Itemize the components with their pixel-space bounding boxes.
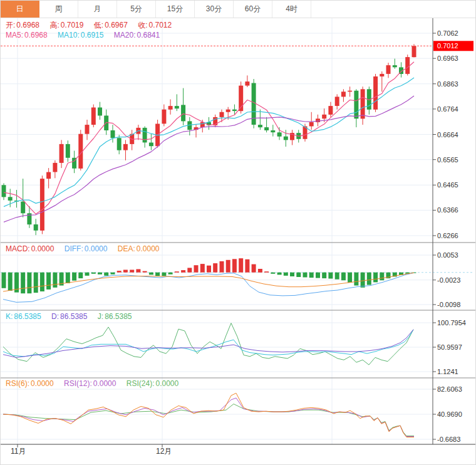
svg-text:0.0053: 0.0053 — [437, 251, 458, 259]
svg-text:-0.0023: -0.0023 — [437, 276, 460, 284]
open-value: 0.6968 — [16, 21, 39, 29]
svg-text:0.7062: 0.7062 — [437, 29, 458, 37]
svg-text:-0.0098: -0.0098 — [437, 301, 460, 308]
j-value: 86.5385 — [105, 312, 132, 321]
d-value: 86.5385 — [60, 312, 87, 321]
low-value: 0.6967 — [105, 21, 128, 29]
k-value: 86.5385 — [14, 312, 41, 321]
svg-text:11月: 11月 — [11, 447, 26, 456]
d-label: D: — [51, 312, 59, 321]
tab-4hour[interactable]: 4时 — [272, 1, 311, 18]
svg-text:0.6664: 0.6664 — [437, 131, 458, 138]
j-label: J: — [98, 312, 103, 321]
tab-60min[interactable]: 60分 — [234, 1, 272, 18]
dea-value: 0.0000 — [137, 244, 160, 253]
svg-text:0.7012: 0.7012 — [437, 42, 458, 50]
rsi-readout: RSI(6):0.0000 RSI(12):0.0000 RSI(24):0.0… — [6, 379, 187, 388]
tab-day[interactable]: 日 — [1, 1, 39, 18]
close-label: 收: — [138, 21, 147, 29]
rsi6-value: 0.0000 — [31, 379, 54, 388]
tab-30min[interactable]: 30分 — [195, 1, 234, 18]
low-label: 低: — [94, 21, 103, 29]
macd-label: MACD: — [6, 244, 30, 253]
timeframe-tabbar: 日 周 月 5分 15分 30分 60分 4时 — [1, 1, 475, 18]
diff-value: 0.0000 — [85, 244, 108, 253]
svg-text:0.6465: 0.6465 — [437, 181, 458, 189]
ma20-value: 0.6841 — [137, 31, 160, 39]
svg-text:-0.6683: -0.6683 — [437, 436, 460, 443]
tab-15min[interactable]: 15分 — [156, 1, 195, 18]
svg-text:0.6266: 0.6266 — [437, 232, 458, 239]
chart-canvas[interactable]: 0.70620.69630.68630.67640.66640.65650.64… — [1, 1, 475, 464]
open-label: 开: — [6, 21, 15, 29]
rsi24-label: RSI(24): — [127, 379, 155, 388]
dea-label: DEA: — [118, 244, 135, 253]
svg-text:1.1241: 1.1241 — [437, 368, 458, 375]
svg-text:0.6565: 0.6565 — [437, 156, 458, 164]
close-value: 0.7012 — [149, 21, 172, 29]
rsi12-label: RSI(12): — [64, 379, 92, 388]
svg-text:0.6366: 0.6366 — [437, 206, 458, 214]
ma5-label: MA5: — [6, 31, 23, 39]
rsi12-value: 0.0000 — [93, 379, 116, 388]
rsi6-label: RSI(6): — [6, 379, 29, 388]
rsi24-value: 0.0000 — [155, 379, 178, 388]
ma10-value: 0.6915 — [81, 31, 104, 39]
ma20-label: MA20: — [114, 31, 136, 39]
tab-month[interactable]: 月 — [78, 1, 117, 18]
macd-value: 0.0000 — [31, 244, 54, 253]
svg-text:50.9597: 50.9597 — [437, 343, 462, 351]
svg-text:40.9690: 40.9690 — [437, 410, 462, 418]
high-label: 高: — [49, 21, 59, 29]
kdj-readout: K:86.5385 D:86.5385 J:86.5385 — [6, 312, 140, 321]
svg-text:0.6863: 0.6863 — [437, 80, 458, 88]
svg-text:12月: 12月 — [156, 447, 172, 456]
svg-text:82.6063: 82.6063 — [437, 385, 462, 393]
tab-5min[interactable]: 5分 — [117, 1, 156, 18]
svg-text:100.7954: 100.7954 — [437, 319, 466, 327]
tab-week[interactable]: 周 — [39, 1, 78, 18]
svg-text:0.6764: 0.6764 — [437, 105, 458, 113]
ma10-label: MA10: — [58, 31, 80, 39]
svg-text:0.6963: 0.6963 — [437, 55, 458, 62]
ma-readout: MA5:0.6968 MA10:0.6915 MA20:0.6841 — [6, 31, 168, 39]
macd-readout: MACD:0.0000 DIFF:0.0000 DEA:0.0000 — [6, 244, 167, 253]
trading-chart-app: 0.70620.69630.68630.67640.66640.65650.64… — [0, 0, 476, 465]
high-value: 0.7019 — [61, 21, 84, 29]
ma5-value: 0.6968 — [24, 31, 48, 39]
k-label: K: — [6, 312, 13, 321]
ohlc-readout: 开:0.6968 高:0.7019 低:0.6967 收:0.7012 — [6, 20, 180, 31]
diff-label: DIFF: — [65, 244, 83, 253]
